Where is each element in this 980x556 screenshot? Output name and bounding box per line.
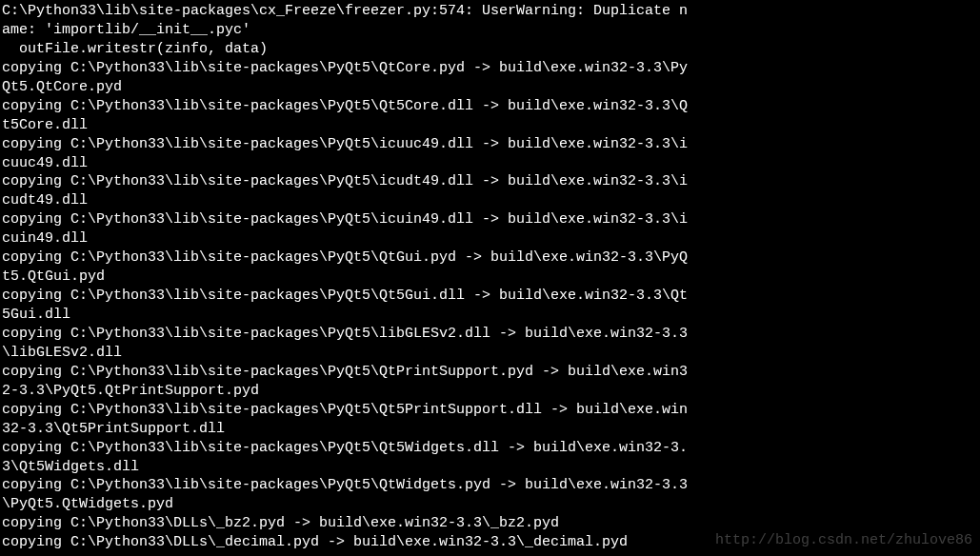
terminal-line: copying C:\Python33\lib\site-packages\Py… — [2, 401, 978, 420]
terminal-line: outFile.writestr(zinfo, data) — [2, 40, 978, 59]
terminal-output[interactable]: C:\Python33\lib\site-packages\cx_Freeze\… — [0, 0, 980, 554]
terminal-line: copying C:\Python33\lib\site-packages\Py… — [2, 135, 978, 154]
terminal-line: copying C:\Python33\lib\site-packages\Py… — [2, 172, 978, 191]
terminal-line: cudt49.dll — [2, 191, 978, 210]
terminal-line: copying C:\Python33\lib\site-packages\Py… — [2, 210, 978, 229]
terminal-line: 2-3.3\PyQt5.QtPrintSupport.pyd — [2, 382, 978, 401]
terminal-line: copying C:\Python33\DLLs\_decimal.pyd ->… — [2, 533, 978, 552]
terminal-line: copying C:\Python33\DLLs\_bz2.pyd -> bui… — [2, 514, 978, 533]
terminal-line: t5Core.dll — [2, 116, 978, 135]
terminal-line: \PyQt5.QtWidgets.pyd — [2, 495, 978, 514]
terminal-line: cuin49.dll — [2, 229, 978, 248]
terminal-line: cuuc49.dll — [2, 154, 978, 173]
terminal-line: C:\Python33\lib\site-packages\cx_Freeze\… — [2, 2, 978, 21]
terminal-line: ame: 'importlib/__init__.pyc' — [2, 21, 978, 40]
terminal-line: \libGLESv2.dll — [2, 344, 978, 363]
terminal-line: 3\Qt5Widgets.dll — [2, 458, 978, 477]
terminal-line: t5.QtGui.pyd — [2, 268, 978, 287]
terminal-line: copying C:\Python33\lib\site-packages\Py… — [2, 97, 978, 116]
terminal-line: copying C:\Python33\lib\site-packages\Py… — [2, 59, 978, 78]
terminal-line: copying C:\Python33\lib\site-packages\Py… — [2, 325, 978, 344]
terminal-line: 32-3.3\Qt5PrintSupport.dll — [2, 420, 978, 439]
terminal-line: copying C:\Python33\lib\site-packages\Py… — [2, 287, 978, 306]
terminal-line: copying C:\Python33\lib\site-packages\Py… — [2, 476, 978, 495]
terminal-line: copying C:\Python33\lib\site-packages\Py… — [2, 439, 978, 458]
terminal-line: copying C:\Python33\lib\site-packages\Py… — [2, 363, 978, 382]
terminal-line: Qt5.QtCore.pyd — [2, 78, 978, 97]
terminal-line: copying C:\Python33\lib\site-packages\Py… — [2, 248, 978, 268]
terminal-line: 5Gui.dll — [2, 306, 978, 325]
